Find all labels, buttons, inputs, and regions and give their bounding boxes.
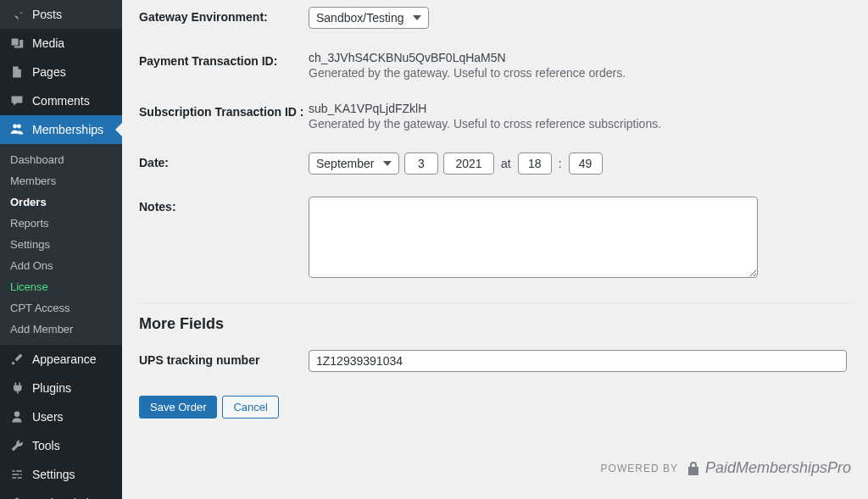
- heading-more-fields: More Fields: [139, 315, 851, 333]
- order-form: Gateway Environment: Sandbox/Testing Pay…: [139, 0, 851, 287]
- label-ups-tracking: UPS tracking number: [139, 350, 309, 367]
- pmpro-logo-text: PaidMembershipsPro: [705, 459, 851, 477]
- sidebar-item-label: Tools: [32, 439, 60, 452]
- brush-icon: [8, 351, 25, 368]
- row-subscription-txn: Subscription Transaction ID : sub_KA1VPq…: [139, 86, 851, 137]
- input-day[interactable]: [404, 152, 438, 175]
- label-date: Date:: [139, 152, 309, 169]
- label-subscription-txn: Subscription Transaction ID :: [139, 102, 309, 119]
- sidebar-item-pods-admin[interactable]: Pods Admin: [0, 489, 122, 499]
- pods-icon: [8, 495, 25, 499]
- comment-icon: [8, 92, 25, 109]
- submenu-orders[interactable]: Orders: [0, 191, 122, 213]
- submenu-addons[interactable]: Add Ons: [0, 255, 122, 276]
- sidebar-item-comments[interactable]: Comments: [0, 86, 122, 115]
- sidebar-item-label: Pages: [32, 65, 66, 79]
- sidebar-item-posts[interactable]: Posts: [0, 0, 122, 29]
- submenu-dashboard[interactable]: Dashboard: [0, 149, 122, 170]
- sidebar-item-appearance[interactable]: Appearance: [0, 345, 122, 374]
- sidebar-item-label: Posts: [32, 8, 62, 21]
- sidebar-item-label: Media: [32, 36, 64, 50]
- wrench-icon: [8, 437, 25, 454]
- label-payment-txn: Payment Transaction ID:: [139, 51, 309, 68]
- sidebar-item-plugins[interactable]: Plugins: [0, 374, 122, 402]
- sidebar-item-users[interactable]: Users: [0, 402, 122, 431]
- action-buttons: Save Order Cancel: [139, 396, 851, 419]
- row-gateway-env: Gateway Environment: Sandbox/Testing: [139, 0, 851, 36]
- media-icon: [8, 35, 25, 52]
- powered-by-label: POWERED BY: [601, 463, 678, 474]
- section-divider: [139, 302, 851, 303]
- submenu-license[interactable]: License: [0, 276, 122, 297]
- pmpro-logo: PaidMembershipsPro: [685, 459, 851, 477]
- input-ups-tracking[interactable]: [309, 350, 847, 372]
- sidebar-item-pages[interactable]: Pages: [0, 58, 122, 86]
- submenu-cpt-access[interactable]: CPT Access: [0, 297, 122, 319]
- save-order-button[interactable]: Save Order: [139, 396, 217, 419]
- input-hour[interactable]: [518, 152, 552, 175]
- select-month[interactable]: September: [309, 152, 399, 175]
- row-ups-tracking: UPS tracking number: [139, 343, 851, 379]
- people-icon: [8, 121, 25, 138]
- sidebar-item-label: Users: [32, 410, 64, 424]
- sliders-icon: [8, 466, 25, 483]
- row-notes: Notes:: [139, 181, 851, 287]
- row-date: Date: September at :: [139, 137, 851, 181]
- sidebar-item-media[interactable]: Media: [0, 29, 122, 58]
- user-icon: [8, 408, 25, 425]
- lock-icon: [685, 460, 702, 477]
- admin-sidebar: Posts Media Pages Comments Memberships D…: [0, 0, 122, 499]
- sidebar-item-settings[interactable]: Settings: [0, 460, 122, 489]
- submenu-add-member[interactable]: Add Member: [0, 319, 122, 340]
- sidebar-item-label: Memberships: [32, 123, 103, 136]
- sidebar-item-label: Settings: [32, 468, 75, 481]
- powered-by: POWERED BY PaidMembershipsPro: [139, 459, 851, 477]
- sidebar-submenu: Dashboard Members Orders Reports Setting…: [0, 144, 122, 345]
- label-at: at: [499, 157, 513, 170]
- date-controls: September at :: [309, 152, 851, 175]
- page-icon: [8, 64, 25, 80]
- value-subscription-txn: sub_KA1VPqLjdFZklH: [309, 102, 851, 115]
- textarea-notes[interactable]: [309, 197, 758, 278]
- row-payment-txn: Payment Transaction ID: ch_3JVhS4CKBNu5Q…: [139, 36, 851, 86]
- label-notes: Notes:: [139, 197, 309, 213]
- submenu-reports[interactable]: Reports: [0, 213, 122, 234]
- label-colon: :: [557, 157, 564, 170]
- sidebar-item-tools[interactable]: Tools: [0, 431, 122, 460]
- sidebar-item-label: Plugins: [32, 381, 71, 395]
- value-payment-txn: ch_3JVhS4CKBNu5QvBF0LqHaM5N: [309, 51, 851, 64]
- desc-subscription-txn: Generated by the gateway. Useful to cros…: [309, 117, 851, 130]
- sidebar-item-label: Comments: [32, 94, 90, 108]
- input-minute[interactable]: [569, 152, 603, 175]
- sidebar-item-memberships[interactable]: Memberships: [0, 115, 122, 144]
- main-content: Gateway Environment: Sandbox/Testing Pay…: [122, 0, 868, 499]
- label-gateway-env: Gateway Environment:: [139, 7, 309, 24]
- select-gateway-env[interactable]: Sandbox/Testing: [309, 7, 429, 29]
- desc-payment-txn: Generated by the gateway. Useful to cros…: [309, 66, 851, 80]
- pin-icon: [8, 6, 25, 23]
- input-year[interactable]: [443, 152, 494, 175]
- sidebar-item-label: Appearance: [32, 352, 97, 366]
- submenu-settings[interactable]: Settings: [0, 234, 122, 255]
- plug-icon: [8, 380, 25, 396]
- submenu-members[interactable]: Members: [0, 170, 122, 191]
- cancel-button[interactable]: Cancel: [222, 396, 278, 419]
